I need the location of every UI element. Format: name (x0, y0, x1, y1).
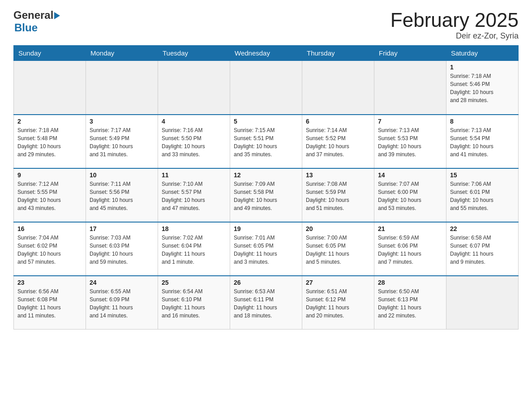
day-number: 24 (90, 279, 154, 286)
day-number: 21 (378, 225, 442, 232)
day-number: 6 (306, 118, 370, 125)
day-info: Sunrise: 6:59 AM Sunset: 6:06 PM Dayligh… (378, 234, 442, 266)
day-info: Sunrise: 7:11 AM Sunset: 5:56 PM Dayligh… (90, 180, 154, 212)
day-info: Sunrise: 7:17 AM Sunset: 5:49 PM Dayligh… (90, 126, 154, 158)
day-info: Sunrise: 7:02 AM Sunset: 6:04 PM Dayligh… (162, 234, 226, 266)
calendar-day-cell: 19Sunrise: 7:01 AM Sunset: 6:05 PM Dayli… (230, 222, 302, 276)
day-info: Sunrise: 6:50 AM Sunset: 6:13 PM Dayligh… (378, 287, 442, 320)
calendar-day-cell: 6Sunrise: 7:14 AM Sunset: 5:52 PM Daylig… (302, 115, 374, 168)
day-number: 13 (306, 171, 370, 179)
calendar-week-row: 16Sunrise: 7:04 AM Sunset: 6:02 PM Dayli… (14, 222, 519, 276)
calendar-day-cell: 12Sunrise: 7:09 AM Sunset: 5:58 PM Dayli… (230, 168, 302, 222)
day-info: Sunrise: 7:18 AM Sunset: 5:48 PM Dayligh… (17, 126, 82, 158)
day-number: 5 (234, 118, 298, 125)
logo: General Blue (13, 9, 60, 34)
day-number: 1 (450, 64, 515, 71)
title-section: February 2025 Deir ez-Zor, Syria (390, 9, 519, 41)
day-info: Sunrise: 7:08 AM Sunset: 5:59 PM Dayligh… (306, 180, 370, 212)
day-number: 16 (17, 225, 82, 232)
day-number: 9 (17, 171, 82, 179)
calendar-week-row: 2Sunrise: 7:18 AM Sunset: 5:48 PM Daylig… (14, 115, 519, 168)
calendar-day-cell: 11Sunrise: 7:10 AM Sunset: 5:57 PM Dayli… (158, 168, 230, 222)
day-number: 23 (17, 279, 82, 286)
day-info: Sunrise: 7:07 AM Sunset: 6:00 PM Dayligh… (378, 180, 442, 212)
day-number: 28 (378, 279, 442, 286)
calendar-day-cell: 22Sunrise: 6:58 AM Sunset: 6:07 PM Dayli… (446, 222, 519, 276)
calendar-week-row: 9Sunrise: 7:12 AM Sunset: 5:55 PM Daylig… (14, 168, 519, 222)
calendar-day-header: Tuesday (158, 46, 230, 61)
day-info: Sunrise: 6:51 AM Sunset: 6:12 PM Dayligh… (306, 287, 370, 320)
day-number: 26 (234, 279, 298, 286)
day-info: Sunrise: 7:03 AM Sunset: 6:03 PM Dayligh… (90, 234, 154, 266)
calendar-table: SundayMondayTuesdayWednesdayThursdayFrid… (13, 45, 519, 330)
day-info: Sunrise: 6:53 AM Sunset: 6:11 PM Dayligh… (234, 287, 298, 320)
calendar-day-cell: 24Sunrise: 6:55 AM Sunset: 6:09 PM Dayli… (86, 276, 158, 330)
calendar-day-cell: 3Sunrise: 7:17 AM Sunset: 5:49 PM Daylig… (86, 115, 158, 168)
calendar-day-header: Friday (374, 46, 446, 61)
calendar-day-cell (446, 276, 519, 330)
logo-blue-text: Blue (14, 21, 38, 34)
day-info: Sunrise: 7:04 AM Sunset: 6:02 PM Dayligh… (17, 234, 82, 266)
day-info: Sunrise: 7:09 AM Sunset: 5:58 PM Dayligh… (234, 180, 298, 212)
day-number: 20 (306, 225, 370, 232)
calendar-day-cell: 1Sunrise: 7:18 AM Sunset: 5:46 PM Daylig… (446, 61, 519, 115)
calendar-day-cell: 23Sunrise: 6:56 AM Sunset: 6:08 PM Dayli… (14, 276, 86, 330)
calendar-day-cell: 5Sunrise: 7:15 AM Sunset: 5:51 PM Daylig… (230, 115, 302, 168)
day-number: 3 (90, 118, 154, 125)
calendar-day-cell: 15Sunrise: 7:06 AM Sunset: 6:01 PM Dayli… (446, 168, 519, 222)
day-info: Sunrise: 6:58 AM Sunset: 6:07 PM Dayligh… (450, 234, 515, 266)
day-number: 10 (90, 171, 154, 179)
day-number: 14 (378, 171, 442, 179)
day-info: Sunrise: 7:00 AM Sunset: 6:05 PM Dayligh… (306, 234, 370, 266)
calendar-day-cell: 17Sunrise: 7:03 AM Sunset: 6:03 PM Dayli… (86, 222, 158, 276)
page-header: General Blue February 2025 Deir ez-Zor, … (13, 9, 519, 41)
day-info: Sunrise: 7:12 AM Sunset: 5:55 PM Dayligh… (17, 180, 82, 212)
calendar-day-cell (230, 61, 302, 115)
calendar-week-row: 1Sunrise: 7:18 AM Sunset: 5:46 PM Daylig… (14, 61, 519, 115)
calendar-day-cell: 9Sunrise: 7:12 AM Sunset: 5:55 PM Daylig… (14, 168, 86, 222)
day-info: Sunrise: 7:06 AM Sunset: 6:01 PM Dayligh… (450, 180, 515, 212)
day-number: 7 (378, 118, 442, 125)
day-info: Sunrise: 7:16 AM Sunset: 5:50 PM Dayligh… (162, 126, 226, 158)
calendar-day-header: Wednesday (230, 46, 302, 61)
logo-general-text: General (13, 9, 53, 21)
calendar-day-cell: 14Sunrise: 7:07 AM Sunset: 6:00 PM Dayli… (374, 168, 446, 222)
day-info: Sunrise: 7:14 AM Sunset: 5:52 PM Dayligh… (306, 126, 370, 158)
day-number: 22 (450, 225, 515, 232)
day-info: Sunrise: 6:55 AM Sunset: 6:09 PM Dayligh… (90, 287, 154, 320)
calendar-day-header: Saturday (446, 46, 519, 61)
day-info: Sunrise: 6:56 AM Sunset: 6:08 PM Dayligh… (17, 287, 82, 320)
calendar-day-cell: 18Sunrise: 7:02 AM Sunset: 6:04 PM Dayli… (158, 222, 230, 276)
day-info: Sunrise: 7:18 AM Sunset: 5:46 PM Dayligh… (450, 72, 515, 104)
logo-arrow-icon (54, 12, 60, 19)
calendar-week-row: 23Sunrise: 6:56 AM Sunset: 6:08 PM Dayli… (14, 276, 519, 330)
day-info: Sunrise: 7:15 AM Sunset: 5:51 PM Dayligh… (234, 126, 298, 158)
calendar-day-cell (158, 61, 230, 115)
day-number: 18 (162, 225, 226, 232)
day-info: Sunrise: 7:13 AM Sunset: 5:53 PM Dayligh… (378, 126, 442, 158)
calendar-day-cell: 21Sunrise: 6:59 AM Sunset: 6:06 PM Dayli… (374, 222, 446, 276)
calendar-day-cell: 28Sunrise: 6:50 AM Sunset: 6:13 PM Dayli… (374, 276, 446, 330)
calendar-day-cell (302, 61, 374, 115)
calendar-day-cell: 27Sunrise: 6:51 AM Sunset: 6:12 PM Dayli… (302, 276, 374, 330)
calendar-day-cell: 16Sunrise: 7:04 AM Sunset: 6:02 PM Dayli… (14, 222, 86, 276)
calendar-day-cell: 20Sunrise: 7:00 AM Sunset: 6:05 PM Dayli… (302, 222, 374, 276)
calendar-day-cell (374, 61, 446, 115)
day-number: 19 (234, 225, 298, 232)
day-info: Sunrise: 6:54 AM Sunset: 6:10 PM Dayligh… (162, 287, 226, 320)
calendar-day-cell: 8Sunrise: 7:13 AM Sunset: 5:54 PM Daylig… (446, 115, 519, 168)
calendar-day-cell: 4Sunrise: 7:16 AM Sunset: 5:50 PM Daylig… (158, 115, 230, 168)
calendar-day-cell: 26Sunrise: 6:53 AM Sunset: 6:11 PM Dayli… (230, 276, 302, 330)
day-number: 4 (162, 118, 226, 125)
calendar-day-header: Monday (86, 46, 158, 61)
calendar-day-header: Thursday (302, 46, 374, 61)
calendar-day-cell (14, 61, 86, 115)
day-info: Sunrise: 7:13 AM Sunset: 5:54 PM Dayligh… (450, 126, 515, 158)
calendar-day-cell: 25Sunrise: 6:54 AM Sunset: 6:10 PM Dayli… (158, 276, 230, 330)
calendar-day-header: Sunday (14, 46, 86, 61)
day-number: 15 (450, 171, 515, 179)
day-info: Sunrise: 7:10 AM Sunset: 5:57 PM Dayligh… (162, 180, 226, 212)
location-label: Deir ez-Zor, Syria (390, 31, 519, 41)
day-number: 11 (162, 171, 226, 179)
day-info: Sunrise: 7:01 AM Sunset: 6:05 PM Dayligh… (234, 234, 298, 266)
